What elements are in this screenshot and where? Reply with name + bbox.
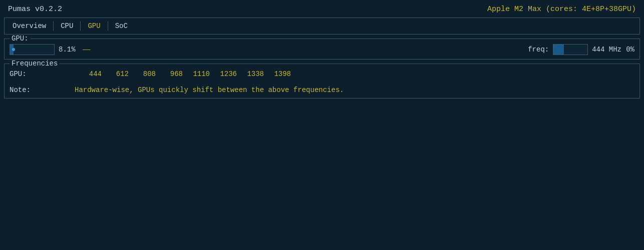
nav-cpu[interactable]: CPU (54, 21, 81, 31)
note-key: Note: (10, 86, 75, 94)
freq-val-7: 1398 (264, 70, 291, 78)
gpu-freq-key: GPU: (10, 70, 75, 78)
freq-val-3: 968 (156, 70, 183, 78)
gpu-usage-bar (10, 44, 55, 55)
frequencies-section: Frequencies GPU: 444 612 808 968 1110 12… (4, 64, 640, 98)
freq-val-2: 808 (129, 70, 156, 78)
freq-val-1: 612 (102, 70, 129, 78)
gpu-freq-values: 444 612 808 968 1110 1236 1338 1398 (75, 70, 291, 78)
gpu-freq-bar (553, 44, 588, 55)
frequencies-section-label: Frequencies (10, 60, 60, 68)
gpu-freq-zero: 0% (626, 46, 634, 54)
gpu-freq-row: GPU: 444 612 808 968 1110 1236 1338 1398 (10, 70, 634, 78)
gpu-freq-label: freq: (528, 46, 549, 54)
gpu-usage-percent: 8.1% (59, 46, 79, 54)
gpu-bar-dot (12, 48, 15, 51)
nav-soc[interactable]: SoC (108, 21, 135, 31)
app-title: Pumas v0.2.2 (8, 5, 62, 14)
gpu-section: GPU: 8.1% —— freq: 444 MHz 0% (4, 38, 640, 60)
nav-overview[interactable]: Overview (11, 21, 54, 31)
note-row: Note: Hardware-wise, GPUs quickly shift … (10, 86, 634, 94)
freq-val-6: 1338 (237, 70, 264, 78)
nav-bar: Overview CPU GPU SoC (4, 18, 640, 34)
freq-val-5: 1236 (210, 70, 237, 78)
gpu-freq-bar-fill (553, 44, 563, 54)
note-text: Hardware-wise, GPUs quickly shift betwee… (75, 86, 344, 94)
gpu-dash-line: —— (83, 46, 91, 54)
gpu-freq-value: 444 MHz (592, 46, 622, 54)
gpu-section-label: GPU: (10, 34, 31, 42)
device-info: Apple M2 Max (cores: 4E+8P+38GPU) (487, 5, 636, 14)
freq-val-0: 444 (75, 70, 102, 78)
nav-gpu[interactable]: GPU (81, 21, 108, 31)
freq-val-4: 1110 (183, 70, 210, 78)
